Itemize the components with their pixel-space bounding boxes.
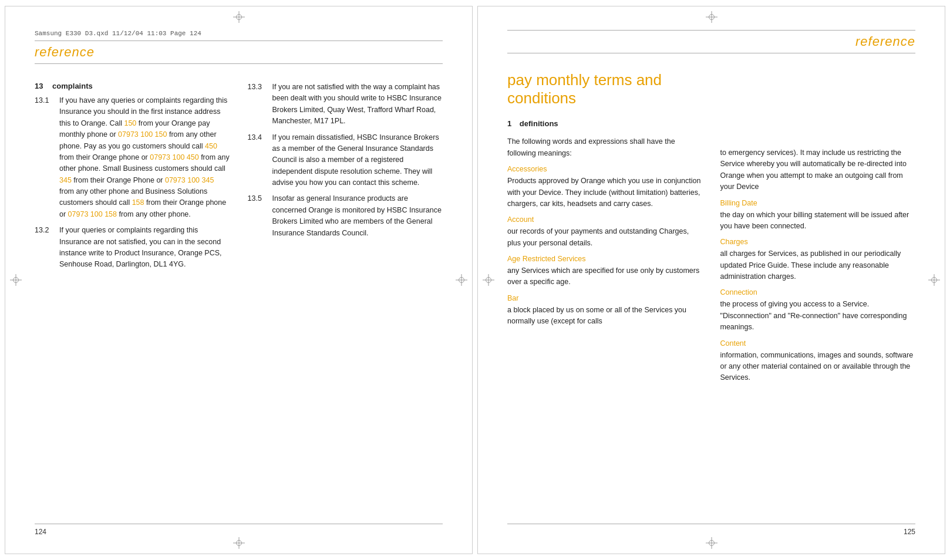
def-intro-text: The following words and expressions shal…: [507, 136, 703, 159]
phone-07973-100-345: 07973 100 345: [165, 176, 214, 184]
text-charges: all charges for Services, as published i…: [720, 248, 916, 282]
reg-mark-bottom: [233, 537, 245, 549]
text-connection: the process of giving you access to a Se…: [720, 299, 916, 333]
item-text: If you have any queries or complaints re…: [59, 95, 230, 220]
left-col1: 13 complaints 13.1 If you have any queri…: [35, 82, 230, 275]
list-item-13-1: 13.1 If you have any queries or complain…: [35, 95, 230, 220]
term-account: Account: [507, 215, 703, 224]
right-col1: pay monthly terms and conditions 1 defin…: [507, 71, 703, 385]
list-item-13-5: 13.5 Insofar as general Insurance produc…: [248, 193, 443, 239]
term-charges: Charges: [720, 238, 916, 246]
item-num: 13.4: [248, 132, 272, 189]
list-item-13-4: 13.4 If you remain dissatisfied, HSBC In…: [248, 132, 443, 189]
phone-150: 150: [124, 119, 136, 127]
def-section-heading: 1 definitions: [507, 119, 703, 128]
phone-07973-100-450: 07973 100 450: [150, 153, 198, 161]
left-header-title: reference: [35, 45, 95, 60]
left-page-header: reference: [35, 41, 443, 64]
text-bar: a block placed by us on some or all of t…: [507, 305, 703, 328]
right-page-header: reference: [507, 30, 915, 53]
big-heading-line1: pay monthly terms and: [507, 71, 662, 89]
phone-450: 450: [205, 142, 217, 150]
big-heading: pay monthly terms and conditions: [507, 71, 703, 107]
reg-mark-right: [456, 274, 467, 286]
left-page: Samsung E330 D3.qxd 11/12/04 11:03 Page …: [5, 6, 473, 554]
right-page-content: pay monthly terms and conditions 1 defin…: [507, 71, 915, 385]
text-account: our records of your payments and outstan…: [507, 226, 703, 249]
page-meta: Samsung E330 D3.qxd 11/12/04 11:03 Page …: [35, 30, 443, 37]
reg-mark-right-right: [928, 274, 940, 286]
section-number: 13: [35, 82, 43, 90]
phone-345: 345: [59, 176, 72, 184]
term-content: Content: [720, 339, 916, 348]
list-item-13-2: 13.2 If your queries or complaints regar…: [35, 225, 230, 271]
reg-mark-top: [233, 11, 245, 23]
def-section-title: definitions: [520, 119, 558, 128]
item-num: 13.1: [35, 95, 59, 220]
term-billing-date: Billing Date: [720, 199, 916, 207]
item-text: If your queries or complaints regarding …: [59, 225, 230, 271]
big-heading-line2: conditions: [507, 89, 576, 107]
item-num: 13.3: [248, 82, 272, 127]
left-col2: 13.3 If you are not satisfied with the w…: [248, 82, 443, 275]
page-spread: Samsung E330 D3.qxd 11/12/04 11:03 Page …: [0, 0, 950, 560]
text-accessories: Products approved by Orange which you us…: [507, 176, 703, 210]
text-bar-continued: to emergency services). It may include u…: [720, 147, 916, 193]
reg-mark-bottom-right: [706, 537, 717, 549]
item-text: If you are not satisfied with the way a …: [272, 82, 443, 127]
list-item-13-3: 13.3 If you are not satisfied with the w…: [248, 82, 443, 127]
definitions-col1: Accessories Products approved by Orange …: [507, 165, 703, 327]
phone-158: 158: [132, 198, 144, 207]
item-num: 13.2: [35, 225, 59, 271]
right-page: reference pay monthly terms and conditio…: [477, 6, 945, 554]
phone-07973-100-150: 07973 100 150: [118, 130, 167, 139]
phone-07973-100-158: 07973 100 158: [68, 210, 117, 218]
left-page-footer: 124: [35, 524, 443, 536]
item-text: Insofar as general Insurance products ar…: [272, 193, 443, 239]
page-number: 125: [904, 528, 915, 536]
right-page-footer: 125: [507, 524, 915, 536]
right-col2: to emergency services). It may include u…: [720, 71, 916, 385]
section-heading: 13 complaints: [35, 82, 230, 90]
right-header-title: reference: [855, 34, 915, 49]
reg-mark-left: [10, 274, 22, 286]
text-age-restricted: any Services which are specified for use…: [507, 265, 703, 288]
item-num: 13.5: [248, 193, 272, 239]
term-accessories: Accessories: [507, 165, 703, 173]
left-page-content: 13 complaints 13.1 If you have any queri…: [35, 82, 443, 275]
item-text: If you remain dissatisfied, HSBC Insuran…: [272, 132, 443, 189]
text-content: information, communications, images and …: [720, 350, 916, 384]
term-connection: Connection: [720, 288, 916, 296]
page-number: 124: [35, 528, 46, 536]
term-bar: Bar: [507, 294, 703, 302]
reg-mark-top-right: [706, 11, 717, 23]
term-age-restricted: Age Restricted Services: [507, 255, 703, 263]
text-billing-date: the day on which your billing statement …: [720, 210, 916, 232]
definitions-col2: to emergency services). It may include u…: [720, 147, 916, 384]
section-title: complaints: [52, 82, 93, 90]
reg-mark-left-right: [483, 274, 494, 286]
def-section-number: 1: [507, 119, 511, 128]
